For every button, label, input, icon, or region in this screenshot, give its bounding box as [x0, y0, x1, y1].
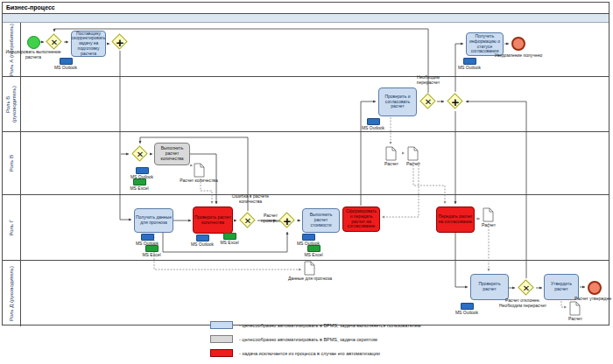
lane-label-role-g: Роль Г	[3, 195, 21, 260]
app-label: MS Outlook	[49, 65, 82, 70]
task-check-quantity: Проверить расчет количества	[193, 206, 233, 234]
ms-outlook-icon	[60, 58, 73, 65]
and-icon: +	[278, 212, 296, 229]
document-label: Расчет	[379, 162, 404, 167]
task-check-calc: Проверить расчет	[470, 274, 509, 300]
ms-outlook-icon	[196, 234, 209, 242]
lane-label-role-d: Роль Д (руководитель)	[3, 261, 21, 326]
legend-row-user: - целесообразно автоматизировать в BPMS,…	[210, 321, 421, 329]
app-ms-outlook: MS Outlook	[49, 58, 82, 70]
app-label: MS Outlook	[453, 65, 486, 70]
gateway-and-g: +	[278, 212, 296, 229]
task-calc-quantity: Выполнить расчет количества	[154, 143, 190, 165]
and-icon: +	[111, 33, 129, 51]
app-ms-excel: MS Excel	[135, 245, 168, 257]
task-get-forecast-data: Получить данные для прогноза	[134, 208, 173, 233]
ms-outlook-icon	[141, 234, 154, 241]
legend-swatch-script-task	[210, 335, 233, 343]
app-label: MS Outlook	[356, 125, 390, 130]
xor-icon: ✕	[419, 93, 437, 110]
lane-role-v: Роль В	[3, 132, 609, 195]
end-event-approved	[588, 281, 602, 295]
document-icon	[194, 163, 205, 178]
document-icon	[385, 146, 397, 161]
app-ms-excel: MS Excel	[297, 245, 330, 257]
annotation-need-recalc: Необходим перерасчет	[408, 75, 448, 86]
and-icon: +	[447, 93, 464, 110]
document-label: Данные для прогноза	[276, 276, 344, 282]
gateway-xor-g: ✕	[239, 212, 257, 229]
ms-outlook-icon	[461, 303, 474, 310]
gateway-xor-v: ✕	[131, 145, 149, 163]
app-ms-excel: MS Excel	[123, 178, 156, 191]
document-icon	[407, 146, 419, 161]
legend-label: - задача исключается из процесса в случа…	[239, 351, 380, 356]
app-ms-outlook: MS Outlook	[453, 58, 486, 70]
app-ms-outlook: MS Outlook	[356, 118, 390, 130]
ms-excel-icon	[145, 245, 159, 252]
app-label: MS Excel	[123, 186, 156, 191]
app-label: MS Excel	[213, 240, 246, 245]
xor-icon: ✕	[131, 145, 149, 163]
gateway-xor-b: ✕	[419, 93, 437, 110]
app-ms-excel: MS Excel	[213, 233, 246, 245]
task-form-send: Сформировать и передать расчет на соглас…	[342, 206, 380, 232]
app-ms-outlook: MS Outlook	[450, 303, 483, 315]
xor-icon: ✕	[239, 212, 257, 229]
end-event-label: Уведомление получено	[490, 53, 546, 59]
task-check-agree: Проверить и согласовать расчет	[378, 88, 417, 116]
document-label: Расчет	[401, 162, 426, 167]
ms-excel-icon	[223, 233, 236, 240]
ms-outlook-icon	[367, 118, 380, 125]
legend: - целесообразно автоматизировать в BPMS,…	[210, 321, 421, 363]
app-ms-outlook: MS Outlook	[292, 234, 325, 246]
task-send-approval: Передать расчет на согласование	[436, 206, 475, 233]
ms-outlook-icon	[136, 167, 149, 174]
ms-excel-icon	[133, 178, 146, 186]
pool-title: Бизнес-процесс	[3, 3, 609, 14]
task-calc-cost: Выполнить расчет стоимости	[302, 208, 340, 233]
xor-icon: ✕	[46, 33, 63, 51]
document-label: Расчет количества	[178, 178, 220, 184]
app-label: MS Outlook	[450, 310, 483, 315]
ms-outlook-icon	[302, 234, 315, 241]
xor-icon: ✕	[518, 279, 535, 297]
gateway-xor-d: ✕	[518, 279, 535, 297]
legend-swatch-excluded-task	[210, 349, 233, 357]
ms-excel-icon	[307, 245, 321, 252]
annotation-calc-error: Ошибка в расчете количества	[229, 194, 272, 205]
gateway-and-a: +	[111, 33, 129, 51]
legend-swatch-user-task	[210, 321, 233, 329]
document-icon	[304, 261, 315, 276]
document-label: Расчет	[476, 223, 501, 228]
gateway-xor-a: ✕	[46, 33, 63, 51]
legend-row-script: - целесообразно автоматизировать в BPMS,…	[210, 335, 421, 343]
lane-role-b: Роль Б (руководитель)	[3, 77, 609, 132]
bpmn-diagram: Бизнес-процесс Роль А (потребитель) Роль…	[0, 0, 613, 364]
app-ms-outlook: MS Outlook	[125, 167, 159, 179]
start-event	[27, 36, 40, 49]
document-icon	[483, 207, 494, 222]
app-label: MS Excel	[297, 252, 330, 257]
gateway-and-b: +	[447, 93, 464, 110]
document-icon	[569, 301, 581, 316]
app-ms-outlook: MS Outlook	[130, 234, 164, 246]
legend-label: - целесообразно автоматизировать в BPMS,…	[239, 337, 377, 342]
app-label: MS Excel	[135, 252, 168, 257]
legend-row-excluded: - задача исключается из процесса в случа…	[210, 349, 421, 357]
pool-header-band	[3, 14, 609, 23]
end-event-notified	[511, 37, 525, 51]
legend-label: - целесообразно автоматизировать в BPMS,…	[239, 323, 421, 328]
lane-label-role-v: Роль В	[3, 132, 21, 194]
ms-outlook-icon	[463, 58, 476, 65]
annotation-rejected: Расчет отклонен. Необходим перерасчет	[497, 298, 548, 309]
document-label: Расчет	[563, 317, 588, 322]
lane-label-role-b: Роль Б (руководитель)	[3, 77, 21, 131]
task-correct-task: Поставщику скорректировать задачу на под…	[71, 31, 106, 57]
